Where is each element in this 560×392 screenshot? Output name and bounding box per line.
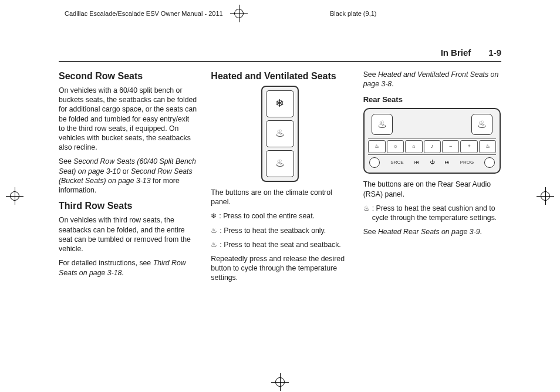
rsa-home-icon: ⌂ — [405, 140, 422, 153]
third-row-see: For detailed instructions, see Third Row… — [59, 258, 197, 277]
page-number: 1-9 — [488, 47, 501, 59]
figure-climate-buttons: ❄ ♨ ♨ — [211, 86, 349, 182]
top-register-mark — [230, 5, 248, 22]
rear-heat-line: ♨ : Press to heat the seat cushion and t… — [363, 204, 501, 222]
climate-caption: The buttons are on the climate control p… — [211, 188, 349, 207]
column-3: See Heated and Ventilated Front Seats on… — [363, 70, 501, 288]
rsa-srce-label: SRCE — [390, 160, 403, 166]
rsa-button-row: ♨ ☼ ⌂ ♪ − + ♨ — [368, 138, 496, 155]
rsa-headphone-row: ♨ ♨ — [368, 113, 496, 138]
crosshair-icon — [537, 187, 554, 205]
cooled-seat-icon: ❄ — [211, 211, 217, 221]
cool-seat-line: ❄ : Press to cool the entire seat. — [211, 211, 349, 221]
heading-third-row: Third Row Seats — [59, 200, 197, 212]
rsa-heat-left-icon: ♨ — [368, 140, 385, 153]
heat-seat-line: ♨ : Press to heat the seat and seatback. — [211, 240, 349, 249]
column-1: Second Row Seats On vehicles with a 60/4… — [59, 70, 197, 288]
crosshair-icon — [271, 373, 289, 391]
heated-seat-icon: ♨ — [363, 204, 370, 213]
content-columns: Second Row Seats On vehicles with a 60/4… — [59, 70, 501, 288]
crosshair-icon — [6, 187, 23, 205]
rsa-prog-label: PROG — [460, 160, 474, 166]
manual-title: Cadillac Escalade/Escalade ESV Owner Man… — [65, 9, 230, 18]
headphone-left-icon: ♨ — [372, 114, 393, 135]
heated-seat-icon: ♨ — [211, 240, 217, 249]
rsa-prev-icon: ⏮ — [414, 160, 419, 166]
rsa-power-icon: ⏻ — [430, 160, 434, 166]
rsa-plus-icon: + — [460, 140, 477, 153]
third-row-paragraph: On vehicles with third row seats, the se… — [59, 215, 197, 254]
second-row-paragraph: On vehicles with a 60/40 split bench or … — [59, 86, 197, 153]
repeat-paragraph: Repeatedly press and release the desired… — [211, 254, 349, 283]
black-plate: Black plate (9,1) — [248, 9, 495, 18]
headphone-right-icon: ♨ — [471, 114, 492, 135]
ref-heated-ventilated: Heated and Ventilated Front Seats on pag… — [363, 70, 499, 88]
heading-second-row: Second Row Seats — [59, 70, 197, 82]
rsa-display-icon: ☼ — [387, 140, 404, 153]
climate-button-panel: ❄ ♨ ♨ — [261, 86, 299, 182]
see-heated-ventilated: See Heated and Ventilated Front Seats on… — [363, 70, 501, 89]
see-heated-rear: See Heated Rear Seats on page 3-9. — [363, 227, 501, 236]
rsa-caption: The buttons are on the Rear Sear Audio (… — [363, 180, 501, 198]
rsa-next-icon: ⏭ — [445, 160, 450, 166]
print-header: Cadillac Escalade/Escalade ESV Owner Man… — [0, 0, 560, 23]
cooled-seat-icon: ❄ — [266, 90, 294, 117]
rsa-music-icon: ♪ — [424, 140, 441, 153]
rsa-panel: ♨ ♨ ♨ ☼ ⌂ ♪ − + ♨ SRCE ⏮ ⏻ ⏭ — [363, 108, 501, 174]
heated-seatback-icon: ♨ — [211, 226, 217, 235]
rsa-minus-icon: − — [442, 140, 459, 153]
ref-heated-rear: Heated Rear Seats on page 3-9 — [378, 228, 480, 236]
heading-rear-seats: Rear Seats — [363, 94, 501, 104]
section-title: In Brief — [441, 47, 471, 59]
rsa-bottom-row: SRCE ⏮ ⏻ ⏭ PROG — [368, 155, 496, 169]
heat-back-line: ♨ : Press to heat the seatback only. — [211, 226, 349, 235]
crosshair-icon — [230, 5, 248, 22]
heading-heated-ventilated: Heated and Ventilated Seats — [211, 70, 349, 82]
second-row-see: See Second Row Seats (60/40 Split Bench … — [59, 157, 197, 195]
heated-seatback-icon: ♨ — [266, 120, 294, 147]
rsa-knob-right — [484, 157, 495, 168]
rsa-heat-right-icon: ♨ — [479, 140, 496, 153]
page-header: In Brief 1-9 — [59, 47, 501, 62]
column-2: Heated and Ventilated Seats ❄ ♨ ♨ The bu… — [211, 70, 349, 288]
rsa-knob-left — [369, 157, 380, 168]
heated-seat-icon: ♨ — [266, 150, 294, 177]
figure-rsa-panel: ♨ ♨ ♨ ☼ ⌂ ♪ − + ♨ SRCE ⏮ ⏻ ⏭ — [363, 108, 501, 174]
